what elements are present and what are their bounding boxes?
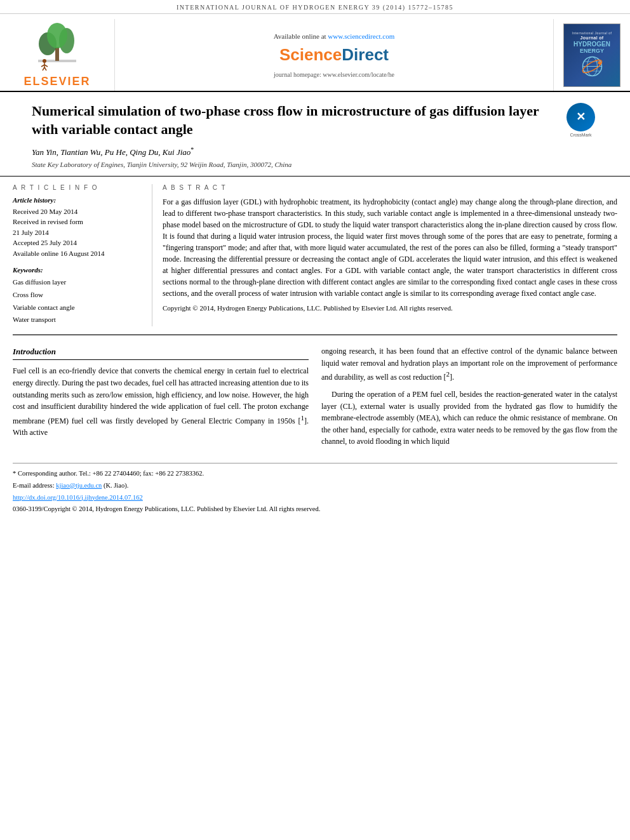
footnotes: * Corresponding author. Tel.: +86 22 274… [0, 469, 630, 521]
sciencedirect-url[interactable]: www.sciencedirect.com [328, 32, 394, 40]
history-label: Article history: [13, 196, 142, 204]
keyword-4: Water transport [13, 314, 142, 326]
journal-bar-text: INTERNATIONAL JOURNAL OF HYDROGEN ENERGY… [177, 4, 453, 11]
available-online-text: Available online at www.sciencedirect.co… [274, 32, 395, 40]
abstract-col: A B S T R A C T For a gas diffusion laye… [152, 184, 617, 327]
sd-science: Science [279, 45, 342, 64]
available-online-date: Available online 16 August 2014 [13, 248, 142, 259]
article-info-abstract: A R T I C L E I N F O Article history: R… [13, 177, 617, 335]
svg-point-4 [47, 23, 67, 48]
authors: Yan Yin, Tiantian Wu, Pu He, Qing Du, Ku… [32, 146, 598, 157]
abstract-header: A B S T R A C T [163, 184, 617, 191]
email-note: E-mail address: kjiao@tju.edu.cn (K. Jia… [13, 481, 617, 491]
sd-direct: Direct [342, 45, 389, 64]
keyword-3: Variable contact angle [13, 302, 142, 314]
article-title: Numerical simulation of two-phase cross … [32, 102, 557, 138]
journal-homepage: journal homepage: www.elsevier.com/locat… [274, 71, 394, 78]
journal-bar: INTERNATIONAL JOURNAL OF HYDROGEN ENERGY… [0, 0, 630, 14]
keywords-section: Keywords: Gas diffusion layer Cross flow… [13, 266, 142, 326]
intro-para-2: ongoing research, it has been found that… [321, 345, 617, 383]
svg-line-10 [44, 67, 46, 70]
article-info-header: A R T I C L E I N F O [13, 184, 142, 191]
crossmark-label: CrossMark [570, 133, 592, 137]
received-date: Received 20 May 2014 [13, 206, 142, 217]
body-col-left: Introduction Fuel cell is an eco-friendl… [13, 345, 309, 453]
article-info-col: A R T I C L E I N F O Article history: R… [13, 184, 152, 327]
footer-divider [13, 463, 617, 463]
accepted-date: Accepted 25 July 2014 [13, 237, 142, 248]
email-link[interactable]: kjiao@tju.edu.cn [56, 482, 102, 489]
elsevier-tree-icon [32, 22, 83, 72]
cover-journal-label: Journal of [580, 36, 604, 40]
abstract-text: For a gas diffusion layer (GDL) with hyd… [163, 196, 617, 299]
sciencedirect-logo: ScienceDirect [279, 45, 389, 65]
copyright-text: Copyright © 2014, Hydrogen Energy Public… [163, 303, 617, 314]
intro-para-1: Fuel cell is an eco-friendly device that… [13, 365, 309, 439]
cover-energy-text: ENERGY [580, 48, 604, 54]
sciencedirect-area: Available online at www.sciencedirect.co… [114, 19, 554, 91]
introduction-title: Introduction [13, 345, 309, 360]
revised-date: 21 July 2014 [13, 227, 142, 238]
svg-line-9 [43, 67, 44, 70]
journal-cover: International Journal of Journal of HYDR… [563, 23, 620, 87]
elsevier-wordmark: ELSEVIER [23, 75, 90, 88]
received-revised-label: Received in revised form [13, 217, 142, 227]
svg-point-17 [598, 62, 601, 65]
elsevier-logo-area: ELSEVIER [0, 19, 114, 91]
body-section: Introduction Fuel cell is an eco-friendl… [0, 335, 630, 453]
journal-cover-area: International Journal of Journal of HYDR… [554, 19, 630, 91]
doi-link[interactable]: http://dx.doi.org/10.1016/j.ijhydene.201… [13, 494, 143, 501]
title-section: Numerical simulation of two-phase cross … [0, 92, 630, 177]
crossmark-badge[interactable]: ✕ CrossMark [563, 102, 598, 137]
svg-rect-1 [55, 47, 59, 61]
keywords-label: Keywords: [13, 266, 142, 274]
body-two-col: Introduction Fuel cell is an eco-friendl… [13, 345, 617, 453]
crossmark-icon: ✕ [566, 103, 595, 131]
corresponding-author-note: * Corresponding author. Tel.: +86 22 274… [13, 469, 617, 479]
issn-line: 0360-3199/Copyright © 2014, Hydrogen Ene… [13, 504, 617, 515]
cover-intl-text: International Journal of [572, 31, 612, 35]
cover-globe-icon [581, 55, 603, 77]
affiliation: State Key Laboratory of Engines, Tianjin… [32, 161, 598, 168]
doi-line: http://dx.doi.org/10.1016/j.ijhydene.201… [13, 493, 617, 503]
cover-hydrogen-text: HYDROGEN [573, 41, 610, 48]
header-section: ELSEVIER Available online at www.science… [0, 14, 630, 92]
intro-para-3: During the operation of a PEM fuel cell,… [321, 389, 617, 448]
svg-point-5 [43, 59, 46, 63]
keyword-1: Gas diffusion layer [13, 276, 142, 289]
body-col-right: ongoing research, it has been found that… [321, 345, 617, 453]
keyword-2: Cross flow [13, 289, 142, 302]
